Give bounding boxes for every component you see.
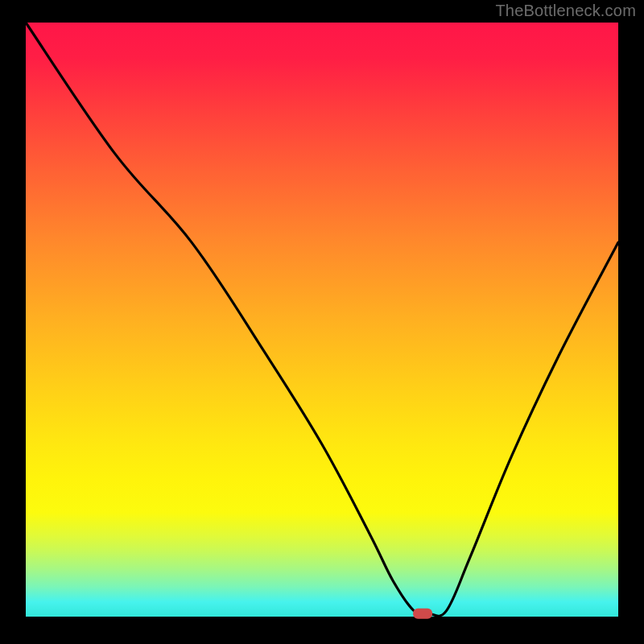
chart-container: TheBottleneck.com [0,0,644,644]
watermark-text: TheBottleneck.com [495,2,636,20]
curve-overlay [26,23,618,617]
curve-line [26,23,618,616]
plot-area [26,23,618,617]
minimum-marker [413,609,432,619]
